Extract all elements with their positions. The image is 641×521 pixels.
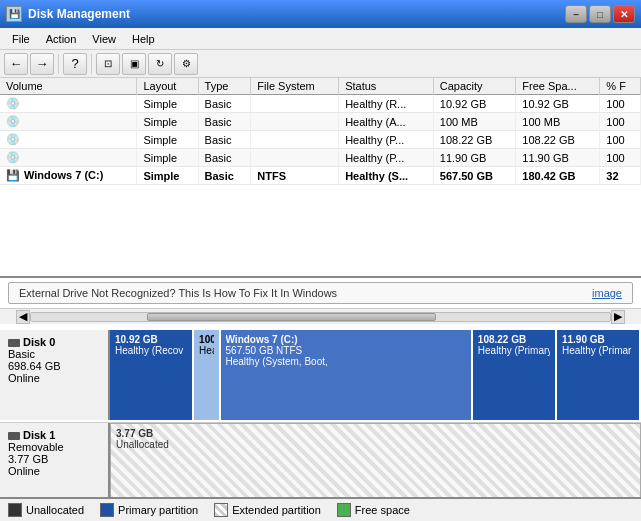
cell-layout: Simple bbox=[137, 167, 198, 185]
help-button[interactable]: ? bbox=[63, 53, 87, 75]
partition-block-0-3[interactable]: 108.22 GBHealthy (Primary Pa bbox=[473, 330, 557, 420]
col-capacity[interactable]: Capacity bbox=[433, 78, 516, 95]
col-status[interactable]: Status bbox=[339, 78, 434, 95]
partition-block-1-0[interactable]: 3.77 GBUnallocated bbox=[110, 423, 641, 497]
disk-status-1: Online bbox=[8, 465, 100, 477]
cell-status: Healthy (S... bbox=[339, 167, 434, 185]
legend-free: Free space bbox=[337, 503, 410, 517]
col-fs[interactable]: File System bbox=[251, 78, 339, 95]
partition-label: 10.92 GB bbox=[115, 334, 187, 345]
partition-block-0-4[interactable]: 11.90 GBHealthy (Primar bbox=[557, 330, 641, 420]
legend-primary-label: Primary partition bbox=[118, 504, 198, 516]
cell-type: Basic bbox=[198, 149, 251, 167]
partition-button[interactable]: ▣ bbox=[122, 53, 146, 75]
disk-label-1: Disk 1 Removable 3.77 GB Online bbox=[0, 423, 110, 497]
col-volume[interactable]: Volume bbox=[0, 78, 137, 95]
partition-label: 11.90 GB bbox=[562, 334, 634, 345]
table-row[interactable]: 💿 Simple Basic Healthy (R... 10.92 GB 10… bbox=[0, 95, 641, 113]
partition-block-0-2[interactable]: Windows 7 (C:)567.50 GB NTFSHealthy (Sys… bbox=[221, 330, 473, 420]
legend-primary-box bbox=[100, 503, 114, 517]
menu-bar: File Action View Help bbox=[0, 28, 641, 50]
disk-size-1: 3.77 GB bbox=[8, 453, 100, 465]
ad-suffix: image bbox=[592, 287, 622, 299]
partition-sublabel: Healt bbox=[199, 345, 213, 356]
toolbar-separator-2 bbox=[91, 54, 92, 74]
volume-table: Volume Layout Type File System Status Ca… bbox=[0, 78, 641, 185]
partition-sublabel: Healthy (System, Boot, bbox=[226, 356, 466, 367]
col-free[interactable]: Free Spa... bbox=[516, 78, 600, 95]
cell-volume: 💾Windows 7 (C:) bbox=[0, 167, 137, 185]
cell-status: Healthy (A... bbox=[339, 113, 434, 131]
partition-label: Windows 7 (C:) bbox=[226, 334, 466, 345]
cell-pct: 32 bbox=[600, 167, 641, 185]
disk-size-0: 698.64 GB bbox=[8, 360, 100, 372]
col-type[interactable]: Type bbox=[198, 78, 251, 95]
menu-help[interactable]: Help bbox=[124, 31, 163, 47]
table-row[interactable]: 💿 Simple Basic Healthy (P... 11.90 GB 11… bbox=[0, 149, 641, 167]
table-row[interactable]: 💿 Simple Basic Healthy (A... 100 MB 100 … bbox=[0, 113, 641, 131]
cell-fs bbox=[251, 95, 339, 113]
disk-partitions-0: 10.92 GBHealthy (Recov100 MHealtWindows … bbox=[110, 330, 641, 420]
cell-type: Basic bbox=[198, 131, 251, 149]
ad-text: External Drive Not Recognized? This Is H… bbox=[19, 287, 337, 299]
cell-free: 10.92 GB bbox=[516, 95, 600, 113]
cell-volume: 💿 bbox=[0, 131, 137, 149]
legend-free-box bbox=[337, 503, 351, 517]
cell-status: Healthy (R... bbox=[339, 95, 434, 113]
cell-layout: Simple bbox=[137, 149, 198, 167]
scroll-track[interactable] bbox=[30, 312, 611, 322]
disk-row-0: Disk 0 Basic 698.64 GB Online 10.92 GBHe… bbox=[0, 330, 641, 420]
scroll-left-btn[interactable]: ◀ bbox=[16, 310, 30, 324]
close-button[interactable]: ✕ bbox=[613, 5, 635, 23]
table-row[interactable]: 💿 Simple Basic Healthy (P... 108.22 GB 1… bbox=[0, 131, 641, 149]
col-pct[interactable]: % F bbox=[600, 78, 641, 95]
forward-button[interactable]: → bbox=[30, 53, 54, 75]
table-scrollbar[interactable]: ◀ ▶ bbox=[0, 308, 641, 324]
menu-file[interactable]: File bbox=[4, 31, 38, 47]
disk-partitions-1: 3.77 GBUnallocated bbox=[110, 423, 641, 497]
cell-free: 11.90 GB bbox=[516, 149, 600, 167]
window-controls: – □ ✕ bbox=[565, 5, 635, 23]
menu-action[interactable]: Action bbox=[38, 31, 85, 47]
refresh-button[interactable]: ↻ bbox=[148, 53, 172, 75]
legend-free-label: Free space bbox=[355, 504, 410, 516]
menu-view[interactable]: View bbox=[84, 31, 124, 47]
toolbar: ← → ? ⊡ ▣ ↻ ⚙ bbox=[0, 50, 641, 78]
cell-layout: Simple bbox=[137, 95, 198, 113]
partition-sublabel: Healthy (Recov bbox=[115, 345, 187, 356]
partition-block-0-0[interactable]: 10.92 GBHealthy (Recov bbox=[110, 330, 194, 420]
legend-primary: Primary partition bbox=[100, 503, 198, 517]
disk-properties-button[interactable]: ⊡ bbox=[96, 53, 120, 75]
minimize-button[interactable]: – bbox=[565, 5, 587, 23]
legend-unalloc-label: Unallocated bbox=[26, 504, 84, 516]
ad-banner[interactable]: External Drive Not Recognized? This Is H… bbox=[8, 282, 633, 304]
legend-extended-label: Extended partition bbox=[232, 504, 321, 516]
col-layout[interactable]: Layout bbox=[137, 78, 198, 95]
legend-unallocated: Unallocated bbox=[8, 503, 84, 517]
disk-row-1: Disk 1 Removable 3.77 GB Online 3.77 GBU… bbox=[0, 422, 641, 497]
partition-sublabel: Healthy (Primary Pa bbox=[478, 345, 550, 356]
cell-volume: 💿 bbox=[0, 95, 137, 113]
cell-pct: 100 bbox=[600, 95, 641, 113]
cell-fs bbox=[251, 113, 339, 131]
cell-volume: 💿 bbox=[0, 149, 137, 167]
cell-capacity: 100 MB bbox=[433, 113, 516, 131]
cell-pct: 100 bbox=[600, 149, 641, 167]
scroll-right-btn[interactable]: ▶ bbox=[611, 310, 625, 324]
cell-free: 108.22 GB bbox=[516, 131, 600, 149]
cell-capacity: 108.22 GB bbox=[433, 131, 516, 149]
disk-type-1: Removable bbox=[8, 441, 100, 453]
cell-pct: 100 bbox=[600, 131, 641, 149]
toolbar-separator-1 bbox=[58, 54, 59, 74]
cell-type: Basic bbox=[198, 167, 251, 185]
table-row[interactable]: 💾Windows 7 (C:) Simple Basic NTFS Health… bbox=[0, 167, 641, 185]
partition-sublabel: Unallocated bbox=[116, 439, 635, 450]
settings-button[interactable]: ⚙ bbox=[174, 53, 198, 75]
legend-extended-box bbox=[214, 503, 228, 517]
scroll-thumb[interactable] bbox=[147, 313, 437, 321]
cell-type: Basic bbox=[198, 113, 251, 131]
partition-sublabel: Healthy (Primar bbox=[562, 345, 634, 356]
maximize-button[interactable]: □ bbox=[589, 5, 611, 23]
back-button[interactable]: ← bbox=[4, 53, 28, 75]
partition-block-0-1[interactable]: 100 MHealt bbox=[194, 330, 220, 420]
